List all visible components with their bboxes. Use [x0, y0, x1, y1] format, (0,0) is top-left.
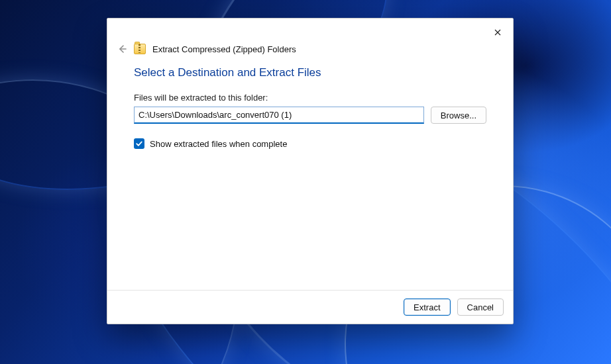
destination-row: Browse...: [134, 107, 486, 124]
dialog-footer: Extract Cancel: [107, 290, 513, 324]
destination-path-input[interactable]: [134, 107, 424, 124]
instruction-heading: Select a Destination and Extract Files: [134, 66, 486, 79]
checkmark-icon: [135, 140, 143, 148]
show-files-checkbox-row: Show extracted files when complete: [134, 138, 486, 149]
zip-folder-icon: [134, 44, 146, 54]
close-icon: [494, 29, 501, 36]
show-files-checkbox[interactable]: [134, 138, 144, 149]
wizard-title: Extract Compressed (Zipped) Folders: [152, 44, 296, 54]
back-arrow-icon: [117, 44, 127, 54]
dialog-titlebar: [107, 19, 513, 44]
browse-button[interactable]: Browse...: [431, 107, 486, 124]
cancel-button[interactable]: Cancel: [457, 298, 504, 316]
dialog-content: Select a Destination and Extract Files F…: [107, 62, 513, 290]
dialog-header: Extract Compressed (Zipped) Folders: [107, 44, 513, 62]
show-files-checkbox-label: Show extracted files when complete: [150, 139, 287, 149]
extract-button[interactable]: Extract: [404, 298, 450, 316]
destination-field-label: Files will be extracted to this folder:: [134, 93, 486, 103]
desktop-background: Extract Compressed (Zipped) Folders Sele…: [0, 0, 611, 364]
close-button[interactable]: [489, 24, 506, 41]
back-button[interactable]: [117, 44, 127, 54]
extract-zip-dialog: Extract Compressed (Zipped) Folders Sele…: [107, 18, 514, 324]
